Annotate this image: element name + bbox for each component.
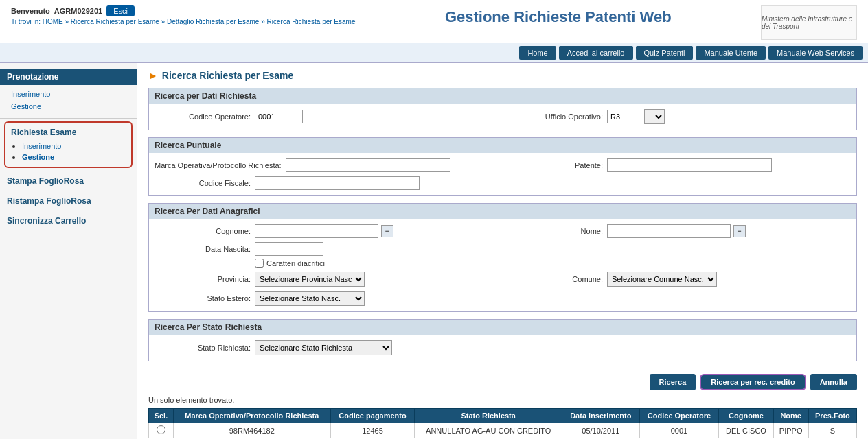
data-nascita-input[interactable] (255, 242, 323, 256)
sidebar-item-inserimento-esame[interactable]: Inserimento (22, 141, 131, 152)
result-table: Sel. Marca Operativa/Protocollo Richiest… (148, 408, 857, 438)
stato-richiesta-select[interactable]: Selezionare Stato Richiesta (255, 340, 392, 355)
cognome-label: Cognome: (155, 227, 251, 235)
richiesta-esame-box: Richiesta Esame Inserimento Gestione (4, 121, 133, 168)
comune-label: Comune: (507, 275, 603, 283)
main-content: ► Ricerca Richiesta per Esame Ricerca pe… (137, 63, 868, 439)
cell-codice-pagamento: 12465 (330, 423, 415, 438)
result-info: Un solo elemento trovato. (148, 396, 857, 404)
stato-estero-label: Stato Estero: (155, 294, 251, 302)
sidebar-sincronizza[interactable]: Sincronizza Carrello (0, 213, 137, 229)
col-nome: Nome (773, 409, 808, 423)
cell-sel[interactable] (149, 423, 174, 438)
sidebar-prenotazione-title[interactable]: Prenotazione (0, 69, 137, 85)
caratteri-diacritici-checkbox[interactable] (255, 259, 264, 268)
ricerca-puntuale-section: Ricerca Puntuale Marca Operativa/Protoco… (148, 137, 857, 196)
ricerca-stato-title: Ricerca Per Stato Richiesta (149, 320, 856, 335)
codice-operatore-label: Codice Operatore: (155, 112, 251, 121)
sidebar-ristampa[interactable]: Ristampa FoglioRosa (0, 193, 137, 209)
col-cognome: Cognome (719, 409, 773, 423)
col-codice-pagamento: Codice pagamento (330, 409, 415, 423)
cognome-list-icon[interactable]: ≡ (381, 225, 393, 237)
nome-list-icon[interactable]: ≡ (733, 225, 746, 237)
action-buttons: Ricerca Ricerca per rec. credito Annulla (148, 368, 857, 396)
nome-input[interactable] (607, 224, 731, 238)
cognome-input[interactable] (255, 224, 378, 238)
annulla-button[interactable]: Annulla (810, 374, 857, 390)
col-data: Data inserimento (562, 409, 640, 423)
nav-carrello[interactable]: Accedi al carrello (559, 46, 633, 60)
sidebar: Prenotazione Inserimento Gestione Richie… (0, 63, 137, 439)
row-radio[interactable] (157, 425, 165, 434)
cell-data: 05/10/2011 (562, 423, 640, 438)
table-row: 98RM464182 12465 ANNULLATO AG-AU CON CRE… (149, 423, 857, 438)
cell-cognome: DEL CISCO (719, 423, 773, 438)
cell-marca: 98RM464182 (173, 423, 330, 438)
caratteri-diacritici-label: Caratteri diacritici (255, 259, 325, 268)
provincia-select[interactable]: Selezionare Provincia Nasc. (255, 272, 365, 287)
section-triangle: ► (148, 70, 158, 81)
page-title: Ricerca Richiesta per Esame (162, 70, 293, 81)
nav-quiz[interactable]: Quiz Patenti (636, 46, 694, 60)
esci-button[interactable]: Esci (106, 5, 135, 16)
ricerca-dati-title: Ricerca per Dati Richiesta (149, 88, 856, 104)
nav-bar: Home Accedi al carrello Quiz Patenti Man… (0, 43, 868, 63)
sidebar-item-inserimento[interactable]: Inserimento (11, 88, 137, 100)
nav-home[interactable]: Home (519, 46, 556, 60)
sidebar-item-gestione[interactable]: Gestione (11, 100, 137, 112)
breadcrumb: Ti trovi in: HOME » Ricerca Richiesta pe… (11, 18, 355, 25)
col-stato: Stato Richiesta (415, 409, 562, 423)
comune-select[interactable]: Selezionare Comune Nasc. (607, 272, 717, 287)
marca-input[interactable] (286, 158, 450, 172)
codice-operatore-input[interactable] (255, 110, 303, 123)
ricerca-dati-section: Ricerca per Dati Richiesta Codice Operat… (148, 88, 857, 130)
username: AGRM029201 (54, 7, 102, 15)
cell-foto: S (808, 423, 856, 438)
marca-label: Marca Operativa/Protocollo Richiesta: (155, 161, 282, 169)
cell-nome: PIPPO (773, 423, 808, 438)
col-marca: Marca Operativa/Protocollo Richiesta (173, 409, 330, 423)
site-title: Gestione Richieste Patenti Web (355, 5, 761, 26)
ricerca-puntuale-title: Ricerca Puntuale (149, 138, 856, 153)
ricerca-credito-button[interactable]: Ricerca per rec. credito (700, 374, 806, 390)
ricerca-anagrafica-section: Ricerca Per Dati Anagrafici Cognome: ≡ N… (148, 203, 857, 312)
codice-fiscale-input[interactable] (255, 176, 420, 190)
stato-richiesta-label: Stato Richiesta: (155, 344, 251, 352)
welcome-label: Benvenuto (11, 7, 50, 15)
data-nascita-label: Data Nascita: (155, 245, 251, 253)
ricerca-anagrafica-title: Ricerca Per Dati Anagrafici (149, 204, 856, 219)
nav-webservices[interactable]: Manuale Web Services (768, 46, 863, 60)
ricerca-button[interactable]: Ricerca (650, 374, 696, 390)
sidebar-item-gestione-esame[interactable]: Gestione (22, 152, 131, 163)
nome-label: Nome: (507, 227, 603, 235)
ministry-logo: Ministero delle Infrastrutture e dei Tra… (761, 5, 857, 40)
nav-manuale[interactable]: Manuale Utente (696, 46, 766, 60)
codice-fiscale-label: Codice Fiscale: (155, 179, 251, 187)
patente-label: Patente: (507, 161, 603, 169)
col-sel: Sel. (149, 409, 174, 423)
ufficio-operativo-select[interactable] (644, 109, 665, 124)
patente-input[interactable] (607, 158, 772, 172)
ufficio-operativo-input[interactable] (607, 110, 641, 123)
ricerca-stato-section: Ricerca Per Stato Richiesta Stato Richie… (148, 319, 857, 361)
sidebar-richiesta-title: Richiesta Esame (5, 126, 131, 139)
stato-estero-select[interactable]: Selezionare Stato Nasc. (255, 291, 365, 306)
col-foto: Pres.Foto (808, 409, 856, 423)
cell-stato: ANNULLATO AG-AU CON CREDITO (415, 423, 562, 438)
sidebar-stampa[interactable]: Stampa FoglioRosa (0, 173, 137, 189)
ufficio-operativo-label: Ufficio Operativo: (507, 112, 603, 121)
col-operatore: Codice Operatore (639, 409, 719, 423)
provincia-label: Provincia: (155, 275, 251, 283)
cell-operatore: 0001 (639, 423, 719, 438)
